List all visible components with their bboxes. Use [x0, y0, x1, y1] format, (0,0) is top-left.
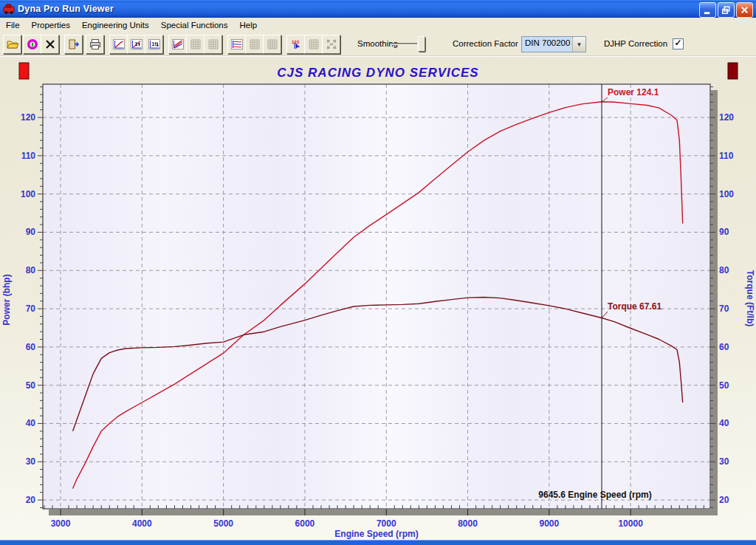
smoothing-slider-thumb[interactable] [418, 36, 425, 52]
printer-icon [89, 38, 102, 50]
svg-text:6000: 6000 [295, 518, 315, 529]
djhp-correction-checkbox[interactable]: ✓ [673, 38, 684, 49]
cursor-power-readout: Power 124.1 [608, 87, 659, 97]
restore-button[interactable] [718, 2, 735, 18]
svg-text:90: 90 [719, 227, 729, 237]
correction-factor-dropdown[interactable]: DIN 700200 ▼ [521, 36, 586, 52]
svg-text:10000: 10000 [618, 518, 643, 529]
svg-text:3000: 3000 [51, 518, 71, 529]
window-title: Dyna Pro Run Viewer [18, 4, 114, 14]
delete-x-icon [44, 38, 57, 50]
menu-item-help[interactable]: Help [234, 18, 264, 32]
svg-text:8000: 8000 [458, 518, 478, 529]
svg-text:60: 60 [26, 342, 36, 352]
svg-text:100: 100 [719, 189, 734, 199]
open-run-button[interactable] [3, 35, 21, 54]
dropdown-arrow-icon[interactable]: ▼ [572, 37, 585, 52]
graph-curve-icon [112, 38, 126, 50]
open-folder-icon [6, 38, 19, 50]
svg-text:90: 90 [26, 227, 36, 237]
grid-view-2-button [204, 35, 222, 54]
graph-stacked-icon [230, 38, 244, 50]
menu-item-file[interactable]: File [0, 18, 26, 32]
menu-item-properties[interactable]: Properties [26, 18, 76, 32]
svg-text:7000: 7000 [377, 518, 396, 529]
menu-item-engineering-units[interactable]: Engineering Units [76, 18, 155, 32]
correction-factor-label: Correction Factor [453, 39, 518, 48]
svg-text:20: 20 [26, 495, 36, 505]
svg-text:1: 1 [134, 41, 137, 47]
djhp-correction-label: DJHP Correction [604, 39, 667, 48]
svg-text:110: 110 [719, 151, 734, 161]
x-axis-title: Engine Speed (rpm) [334, 529, 418, 539]
svg-text:40: 40 [26, 418, 36, 428]
svg-text:5000: 5000 [213, 518, 233, 529]
svg-text:70: 70 [719, 304, 729, 314]
svg-text:120: 120 [21, 112, 35, 123]
grid-view-3-button [245, 35, 264, 54]
svg-text:120: 120 [719, 112, 734, 123]
cursor-rpm-readout: 9645.6 Engine Speed (rpm) [538, 490, 651, 500]
svg-text:100: 100 [21, 189, 35, 199]
delete-run-button[interactable] [41, 35, 59, 54]
svg-text:50: 50 [26, 380, 36, 391]
smoothing-slider-track[interactable] [391, 43, 417, 45]
exit-door-icon [67, 38, 80, 50]
graph-run-up-icon: 1 [130, 38, 143, 50]
chart-panel: 2020303040405050606070708080909010010011… [0, 56, 756, 541]
minimize-icon [702, 4, 713, 16]
app-icon [3, 3, 15, 15]
grid-view-4-button [263, 35, 281, 54]
grid-view-5-button [304, 35, 323, 54]
left-run-marker[interactable] [19, 63, 29, 79]
print-button[interactable] [86, 35, 104, 54]
svg-text:60: 60 [719, 342, 729, 352]
info-icon [26, 38, 39, 50]
close-button[interactable] [736, 2, 753, 18]
toolbar: 1 1 [0, 32, 756, 56]
zoom-extents-disabled-icon [325, 38, 338, 50]
svg-text:110: 110 [21, 151, 36, 161]
grid-view-1-button [186, 35, 205, 54]
chart-title: CJS RACING DYNO SERVICES [277, 66, 478, 80]
graph-overlay-button[interactable] [168, 35, 187, 54]
svg-text:20: 20 [719, 495, 729, 505]
svg-text:80: 80 [719, 265, 729, 275]
graph-stacked-button[interactable] [227, 35, 246, 54]
svg-text:80: 80 [26, 265, 36, 275]
svg-text:30: 30 [26, 456, 36, 467]
cursor-torque-readout: Torque 67.61 [608, 301, 662, 312]
svg-text:30: 30 [719, 456, 729, 467]
svg-text:123: 123 [292, 40, 300, 44]
right-run-marker[interactable] [728, 63, 738, 79]
svg-text:1: 1 [151, 41, 154, 47]
grid-disabled-icon [307, 38, 320, 50]
graph-overlay-icon [171, 38, 185, 50]
zoom-extents-button [322, 35, 340, 54]
graph-run-updown-button[interactable]: 1 [145, 35, 163, 54]
graph-single-button[interactable] [109, 35, 128, 54]
left-axis-title: Power (bhp) [1, 274, 12, 325]
minimize-button[interactable] [699, 2, 716, 18]
restore-icon [721, 4, 732, 16]
grid-disabled-icon [207, 38, 220, 50]
run-info-button[interactable] [23, 35, 41, 54]
svg-text:9000: 9000 [539, 518, 559, 529]
data-cursor-button[interactable]: 123 [286, 35, 305, 54]
dyno-chart[interactable]: 2020303040405050606070708080909010010011… [0, 57, 756, 541]
svg-text:40: 40 [719, 418, 729, 428]
exit-button[interactable] [64, 35, 83, 54]
close-icon [739, 4, 750, 16]
cursor-123-icon: 123 [289, 38, 303, 50]
grid-disabled-icon [248, 38, 261, 50]
svg-text:70: 70 [26, 304, 36, 314]
graph-run-up-button[interactable]: 1 [127, 35, 145, 54]
svg-text:4000: 4000 [132, 518, 152, 529]
menu-item-special-functions[interactable]: Special Functions [155, 18, 234, 32]
app-window: Dyna Pro Run Viewer File Properties Engi… [0, 0, 756, 545]
menu-bar: File Properties Engineering Units Specia… [0, 18, 756, 33]
right-axis-title: Torque (Ft/lb) [745, 270, 755, 326]
svg-text:50: 50 [719, 380, 729, 391]
grid-disabled-icon [266, 38, 279, 50]
grid-disabled-icon [189, 38, 202, 50]
